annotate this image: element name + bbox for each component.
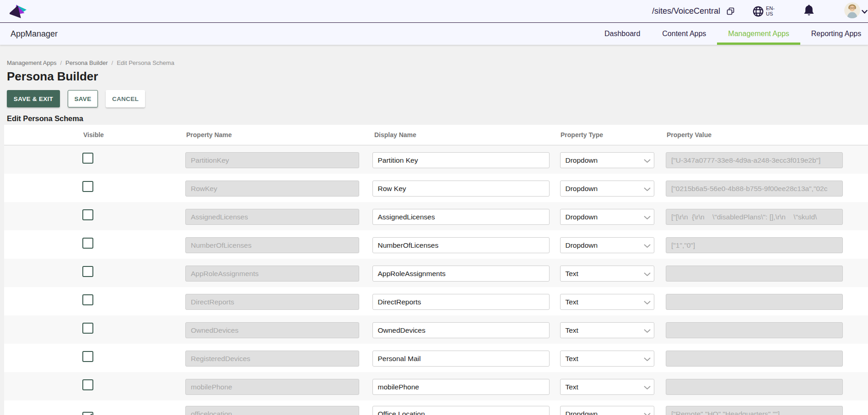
visible-checkbox[interactable]	[82, 266, 93, 277]
column-header: Visible	[83, 125, 104, 145]
display-name-input[interactable]: AppRoleAssignments	[372, 266, 550, 282]
visible-checkbox-checked[interactable]	[82, 412, 93, 415]
breadcrumb-item: Edit Persona Schema	[117, 59, 174, 66]
table-row: NumberOfLicensesNumberOfLicensesDropdown…	[4, 230, 868, 259]
display-name-input[interactable]: OwnedDevices	[372, 322, 550, 338]
topbar: /sites/VoiceCentral EN- US	[0, 0, 868, 23]
tab-content-apps[interactable]: Content Apps	[651, 23, 717, 45]
property-type-value: Dropdown	[566, 241, 598, 249]
property-type-select[interactable]: Dropdown	[560, 209, 654, 225]
page-title: Persona Builder	[7, 69, 98, 84]
action-buttons: SAVE & EXIT SAVE CANCEL	[7, 90, 145, 107]
save-and-exit-button[interactable]: SAVE & EXIT	[7, 90, 60, 107]
property-type-value: Text	[566, 270, 578, 277]
visible-checkbox[interactable]	[82, 209, 93, 220]
property-name-input: RowKey	[185, 181, 359, 197]
property-type-value: Dropdown	[566, 185, 598, 192]
display-name-input[interactable]: Partition Key	[372, 152, 550, 168]
property-value-input: ["[\r\n {\r\n \"disabledPlans\": [],\r\n…	[666, 209, 843, 225]
visible-checkbox[interactable]	[82, 351, 93, 362]
property-type-select[interactable]: Dropdown	[560, 406, 654, 415]
schema-table: VisibleProperty NameDisplay NameProperty…	[4, 125, 868, 415]
nav-tabs: DashboardContent AppsManagement AppsRepo…	[593, 23, 868, 45]
breadcrumb-separator: /	[60, 59, 62, 66]
property-type-value: Dropdown	[566, 213, 598, 221]
table-row: mobilePhonemobilePhoneText	[4, 372, 868, 400]
navbar: AppManager DashboardContent AppsManageme…	[0, 23, 868, 45]
breadcrumb-item[interactable]: Persona Builder	[65, 59, 108, 66]
property-type-value: Text	[566, 383, 578, 391]
section-heading: Edit Persona Schema	[7, 114, 83, 123]
tab-management-apps[interactable]: Management Apps	[717, 23, 800, 45]
tab-reporting-apps[interactable]: Reporting Apps	[800, 23, 868, 45]
property-value-input	[666, 266, 843, 282]
property-type-select[interactable]: Text	[560, 266, 654, 282]
user-menu-chevron-icon[interactable]	[862, 10, 868, 14]
property-name-input: DirectReports	[185, 294, 359, 310]
property-type-select[interactable]: Dropdown	[560, 181, 654, 197]
column-header: Display Name	[374, 125, 416, 145]
property-type-select[interactable]: Text	[560, 351, 654, 367]
visible-checkbox[interactable]	[82, 379, 93, 390]
property-name-input: AppRoleAssignments	[185, 266, 359, 282]
property-name-input: AssignedLicenses	[185, 209, 359, 225]
display-name-input[interactable]: Row Key	[372, 181, 550, 197]
property-type-select[interactable]: Text	[560, 294, 654, 310]
property-value-input	[666, 294, 843, 310]
table-row: AppRoleAssignmentsAppRoleAssignmentsText	[4, 259, 868, 287]
property-name-input: OwnedDevices	[185, 322, 359, 338]
property-type-value: Dropdown	[566, 410, 598, 415]
globe-icon	[753, 6, 764, 17]
property-value-input: ["Remote","HQ","Headquarters",""]	[666, 406, 843, 415]
table-row: PartitionKeyPartition KeyDropdown["U-347…	[4, 145, 868, 174]
property-type-select[interactable]: Dropdown	[560, 237, 654, 253]
table-row: AssignedLicensesAssignedLicensesDropdown…	[4, 202, 868, 230]
display-name-input[interactable]: mobilePhone	[372, 379, 550, 395]
visible-checkbox[interactable]	[82, 181, 93, 192]
table-row: RegisteredDevicesPersonal MailText	[4, 344, 868, 372]
property-type-value: Text	[566, 355, 578, 362]
breadcrumb-item[interactable]: Management Apps	[7, 59, 56, 66]
display-name-input[interactable]: Personal Mail	[372, 351, 550, 367]
app-logo-icon[interactable]	[10, 3, 29, 22]
property-type-select[interactable]: Dropdown	[560, 152, 654, 168]
copy-icon[interactable]	[727, 7, 734, 15]
property-value-input	[666, 351, 843, 367]
visible-checkbox[interactable]	[82, 323, 93, 334]
property-value-input	[666, 322, 843, 338]
schema-table-header: VisibleProperty NameDisplay NameProperty…	[4, 125, 868, 145]
table-row: DirectReportsDirectReportsText	[4, 287, 868, 315]
property-name-input: officelocation	[185, 406, 359, 415]
notifications-bell-icon[interactable]	[804, 5, 814, 16]
breadcrumb: Management Apps/Persona Builder/Edit Per…	[7, 59, 174, 66]
display-name-input[interactable]: NumberOfLicenses	[372, 237, 550, 253]
language-selector[interactable]: EN- US	[753, 0, 775, 22]
visible-checkbox[interactable]	[82, 153, 93, 164]
visible-checkbox[interactable]	[82, 294, 93, 305]
site-path[interactable]: /sites/VoiceCentral	[652, 6, 720, 16]
property-type-select[interactable]: Text	[560, 379, 654, 395]
cancel-button[interactable]: CANCEL	[106, 90, 145, 107]
property-name-input: mobilePhone	[185, 379, 359, 395]
table-row: OwnedDevicesOwnedDevicesText	[4, 315, 868, 344]
visible-checkbox[interactable]	[82, 238, 93, 249]
property-name-input: RegisteredDevices	[185, 351, 359, 367]
property-name-input: NumberOfLicenses	[185, 237, 359, 253]
tab-dashboard[interactable]: Dashboard	[593, 23, 651, 45]
property-name-input: PartitionKey	[185, 152, 359, 168]
locale-line1: EN-	[766, 6, 775, 11]
table-row: RowKeyRow KeyDropdown["0215b6a5-56e0-4b8…	[4, 174, 868, 202]
display-name-input[interactable]: AssignedLicenses	[372, 209, 550, 225]
display-name-input[interactable]: DirectReports	[372, 294, 550, 310]
property-type-value: Text	[566, 326, 578, 334]
user-avatar[interactable]	[844, 2, 860, 18]
locale-line2: US	[766, 11, 775, 17]
display-name-input[interactable]: Office Location	[372, 406, 550, 415]
schema-table-body: PartitionKeyPartition KeyDropdown["U-347…	[4, 145, 868, 415]
app-brand[interactable]: AppManager	[11, 23, 58, 45]
property-value-input: ["0215b6a5-56e0-4b88-b755-9f00ee28c13a",…	[666, 181, 843, 197]
property-type-select[interactable]: Text	[560, 322, 654, 338]
property-value-input	[666, 379, 843, 395]
save-button[interactable]: SAVE	[68, 90, 98, 107]
column-header: Property Name	[186, 125, 232, 145]
